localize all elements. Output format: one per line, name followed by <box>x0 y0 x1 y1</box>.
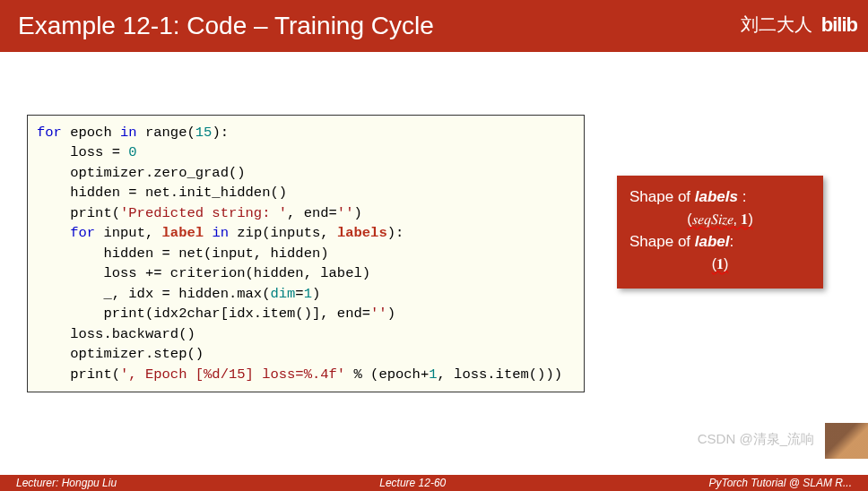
label-shape-title: Shape of label: <box>629 233 811 251</box>
author-name: 刘二大人 <box>741 13 812 37</box>
kw-in: in <box>120 125 137 141</box>
corner-decoration <box>825 423 868 459</box>
code-block: for epoch in range(15): loss = 0 optimiz… <box>27 115 585 392</box>
slide-footer: Lecturer: Hongpu Liu Lecture 12-60 PyTor… <box>0 475 868 491</box>
labels-shape-value: (𝑠𝑒𝑞𝑆𝑖𝑧𝑒, 𝟏) <box>629 211 811 228</box>
footer-lecture-num: Lecture 12-60 <box>379 477 446 489</box>
footer-tutorial: PyTorch Tutorial @ SLAM R... <box>708 477 852 489</box>
footer-lecturer: Lecturer: Hongpu Liu <box>16 477 117 489</box>
slide-title: Example 12-1: Code – Training Cycle <box>18 12 434 40</box>
label-shape-value: (𝟏) <box>629 256 811 272</box>
labels-highlight: labels <box>337 225 387 241</box>
csdn-watermark: CSDN @清泉_流响 <box>698 431 814 448</box>
slide-content: for epoch in range(15): loss = 0 optimiz… <box>0 52 868 475</box>
slide-header: Example 12-1: Code – Training Cycle 刘二大人… <box>0 0 868 52</box>
bilibili-logo: bilib <box>821 13 857 37</box>
label-highlight: label <box>162 225 204 241</box>
header-right: 刘二大人 bilib <box>741 13 857 37</box>
labels-shape-title: Shape of labels : <box>629 188 811 206</box>
shape-info-box: Shape of labels : (𝑠𝑒𝑞𝑆𝑖𝑧𝑒, 𝟏) Shape of … <box>617 176 823 289</box>
kw-for: for <box>37 125 62 141</box>
